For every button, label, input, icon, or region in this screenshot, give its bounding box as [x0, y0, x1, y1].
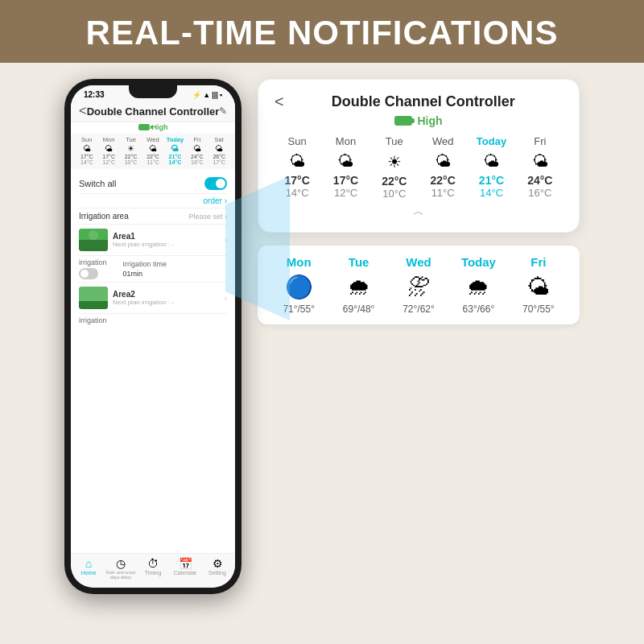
- weather-day-sat: Sat 🌤 26°C 17°C: [208, 136, 229, 165]
- irrigation-area-row: Irrigation area Please set ›: [79, 208, 227, 225]
- rain-icon: ◷: [105, 557, 137, 570]
- weather-day-today: Today 🌤 21°C 14°C: [164, 136, 185, 165]
- card-title: Double Channel Controller: [284, 93, 563, 110]
- battery-full-icon: [138, 124, 150, 130]
- weather-days-row: Sun 🌤 17°C 14°C Mon 🌤 17°C 12°C Tu: [76, 136, 230, 165]
- battery-label: High: [152, 123, 168, 131]
- card-battery-label: High: [417, 114, 442, 127]
- weather-day-wed: Wed 🌤 22°C 11°C: [142, 136, 163, 165]
- area1-next-plan: Next plan irrigation : -: [113, 241, 220, 248]
- phone-time: 12:33: [84, 90, 105, 99]
- area1-chevron-icon: ›: [225, 236, 227, 245]
- order-row[interactable]: order ›: [79, 194, 227, 208]
- battery-icon: ▪: [220, 91, 222, 99]
- card-header: < Double Channel Controller: [275, 93, 563, 111]
- nav-calendar[interactable]: 📅 Calendar: [169, 557, 201, 580]
- irrigation-time-value: 01min: [123, 270, 167, 278]
- forecast-strip: Mon 🔵 71°/55° Tue 🌧 69°/48° Wed ⛈ 72°/62…: [258, 246, 580, 324]
- timing-icon: ⏱: [137, 557, 169, 570]
- nav-rain[interactable]: ◷ Rain and snow days delay: [105, 557, 137, 580]
- app-title: Double Channel Controller: [87, 105, 220, 118]
- wifi-icon: ▲: [203, 91, 210, 99]
- area1-info: Area1 Next plan irrigation : -: [113, 232, 220, 248]
- forecast-today-icon: 🌧: [450, 274, 506, 300]
- app-header: < Double Channel Controller ✎: [71, 101, 235, 122]
- header-title: REAL-TIME NOTIFICATIONS: [86, 14, 559, 52]
- forecast-wed-icon: ⛈: [390, 274, 447, 300]
- area1-card[interactable]: Area1 Next plan irrigation : - ›: [79, 225, 227, 256]
- card-day-today: Today 🌤 21°C 14°C: [469, 135, 514, 200]
- order-label: order ›: [204, 196, 227, 205]
- area1-name: Area1: [113, 232, 220, 241]
- svg-point-2: [89, 230, 98, 240]
- weather-day-mon: Mon 🌤 17°C 12°C: [98, 136, 119, 165]
- weather-day-sun: Sun 🌤 17°C 14°C: [76, 136, 97, 165]
- app-back-button[interactable]: <: [79, 104, 86, 118]
- area2-chevron-icon: ›: [225, 294, 227, 303]
- card-day-wed: Wed 🌤 22°C 11°C: [420, 135, 465, 200]
- card-battery-icon: [394, 116, 412, 126]
- area2-thumbnail: [79, 287, 108, 309]
- irrigation-time-label: Irrigation time: [123, 260, 167, 268]
- phone-nav: ⌂ Home ◷ Rain and snow days delay ⏱ Timi…: [71, 553, 235, 588]
- forecast-wed: Wed ⛈ 72°/62°: [390, 255, 447, 315]
- card-battery-row: High: [275, 114, 563, 127]
- weather-day-tue: Tue ☀ 22°C 10°C: [121, 136, 142, 165]
- weather-card: < Double Channel Controller High Sun 🌤 1…: [258, 79, 580, 233]
- phone-body: 12:33 ⚡ ▲ ||| ▪ < Double Channel Control…: [64, 79, 242, 594]
- phone-mockup: 12:33 ⚡ ▲ ||| ▪ < Double Channel Control…: [64, 79, 242, 594]
- area2-name: Area2: [113, 290, 220, 299]
- battery-status-row: High: [71, 122, 235, 134]
- forecast-fri-icon: 🌤: [510, 274, 567, 300]
- forecast-tue: Tue 🌧 69°/48°: [330, 255, 386, 315]
- forecast-mon-icon: 🔵: [270, 274, 327, 300]
- card-weather-grid: Sun 🌤 17°C 14°C Mon 🌤 17°C 12°C Tue ☀ 22…: [275, 135, 563, 200]
- area2-next-plan: Next plan irrigation : -: [113, 299, 220, 306]
- edit-icon[interactable]: ✎: [219, 105, 227, 117]
- switch-all-label: Switch all: [79, 179, 116, 188]
- switch-all-toggle[interactable]: [204, 177, 227, 190]
- please-set-label[interactable]: Please set ›: [188, 213, 227, 221]
- card-container: < Double Channel Controller High Sun 🌤 1…: [258, 79, 580, 324]
- setting-icon: ⚙: [201, 557, 233, 570]
- irrigation-label-2: irrigation: [79, 314, 227, 324]
- main-content: 12:33 ⚡ ▲ ||| ▪ < Double Channel Control…: [0, 63, 644, 618]
- area2-info: Area2 Next plan irrigation : -: [113, 290, 220, 306]
- calendar-icon: 📅: [169, 557, 201, 570]
- forecast-tue-icon: 🌧: [330, 274, 386, 300]
- area1-thumbnail: [79, 229, 108, 251]
- forecast-today: Today 🌧 63°/66°: [450, 255, 506, 315]
- page-header: REAL-TIME NOTIFICATIONS: [0, 0, 644, 63]
- nav-timing[interactable]: ⏱ Timing: [137, 557, 169, 580]
- phone-notch: [129, 85, 177, 98]
- home-icon: ⌂: [72, 557, 105, 570]
- irrigation-time-section: Irrigation time 01min: [123, 260, 167, 278]
- switch-all-row: Switch all: [79, 174, 227, 194]
- irrigation-toggle[interactable]: [79, 268, 98, 279]
- irrigation-toggle-row: irrigation Irrigation time 01min: [79, 256, 227, 283]
- forecast-row: Mon 🔵 71°/55° Tue 🌧 69°/48° Wed ⛈ 72°/62…: [270, 255, 567, 315]
- bluetooth-icon: ⚡: [192, 91, 201, 99]
- weather-day-fri: Fri 🌤 24°C 16°C: [187, 136, 208, 165]
- app-body: Switch all order › Irrigation area Pleas…: [71, 169, 235, 329]
- card-day-sun: Sun 🌤 17°C 14°C: [275, 135, 320, 200]
- svg-rect-1: [79, 240, 108, 251]
- scroll-up-icon[interactable]: ︿: [275, 204, 563, 219]
- irrigation-label: irrigation: [79, 258, 107, 266]
- status-icons: ⚡ ▲ ||| ▪: [192, 91, 222, 99]
- svg-rect-4: [79, 301, 108, 309]
- forecast-fri: Fri 🌤 70°/55°: [510, 255, 567, 315]
- forecast-mon: Mon 🔵 71°/55°: [270, 255, 327, 315]
- card-day-tue: Tue ☀ 22°C 10°C: [372, 135, 417, 200]
- weather-strip: Sun 🌤 17°C 14°C Mon 🌤 17°C 12°C Tu: [71, 134, 235, 169]
- area2-card[interactable]: Area2 Next plan irrigation : - ›: [79, 283, 227, 314]
- signal-icon: |||: [212, 91, 218, 99]
- nav-home[interactable]: ⌂ Home: [72, 557, 105, 580]
- phone-screen: 12:33 ⚡ ▲ ||| ▪ < Double Channel Control…: [71, 85, 235, 588]
- irrigation-area-label: Irrigation area: [79, 212, 129, 221]
- card-back-button[interactable]: <: [275, 93, 284, 111]
- card-day-mon: Mon 🌤 17°C 12°C: [323, 135, 368, 200]
- nav-setting[interactable]: ⚙ Setting: [201, 557, 233, 580]
- irrigation-section: irrigation: [79, 258, 107, 279]
- card-day-fri: Fri 🌤 24°C 16°C: [518, 135, 563, 200]
